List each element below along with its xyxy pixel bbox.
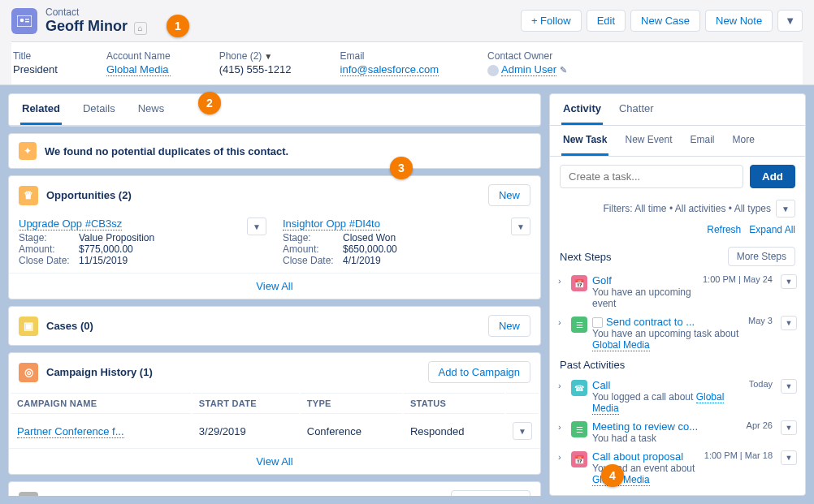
chevron-right-icon[interactable]: › (558, 450, 566, 485)
table-row: Partner Conference f... 3/29/2019 Confer… (11, 416, 539, 446)
campaign-view-all[interactable]: View All (9, 448, 540, 474)
activity-type-icon: 📅 (571, 275, 587, 291)
new-note-button[interactable]: New Note (705, 10, 773, 32)
load-more-button[interactable]: Load More Past Activities (643, 495, 771, 496)
new-case-button[interactable]: New Case (630, 10, 700, 32)
activity-link[interactable]: Send contract to ... (606, 316, 695, 328)
activity-subtext: You have an upcoming event (592, 286, 698, 309)
case-icon: ▣ (19, 317, 38, 336)
activity-subtext: You had a task (592, 433, 742, 444)
new-opportunity-button[interactable]: New (488, 184, 530, 206)
filter-text: Filters: All time • All activities • All… (604, 203, 771, 214)
email-label: Email (340, 50, 439, 62)
opp-view-all[interactable]: View All (9, 273, 540, 299)
activity-link[interactable]: Call about proposal (592, 450, 683, 463)
svg-rect-3 (25, 21, 29, 22)
svg-rect-0 (17, 15, 32, 27)
more-steps-button[interactable]: More Steps (728, 247, 795, 266)
record-type: Contact (45, 6, 147, 18)
opportunity-item: Insightor Opp #DI4to ▼ Stage:Closed Won … (283, 218, 530, 266)
activity-item: ›☎CallYou logged a call about Global Med… (558, 376, 797, 417)
activity-type-icon: 📅 (571, 451, 587, 467)
filter-menu-button[interactable]: ▼ (776, 200, 795, 218)
subtab-email[interactable]: Email (689, 126, 717, 156)
follow-button[interactable]: Follow (521, 10, 582, 32)
activity-menu-button[interactable]: ▼ (781, 420, 797, 435)
activity-subtext: You logged a call about Global Media (592, 391, 744, 414)
account-link[interactable]: Global Media (106, 63, 171, 76)
tab-related[interactable]: Related (20, 94, 62, 125)
chevron-right-icon[interactable]: › (558, 274, 566, 309)
activity-subtext: You have an upcoming task about Global M… (592, 328, 743, 351)
opportunity-link[interactable]: Insightor Opp #DI4to (283, 218, 380, 230)
activity-menu-button[interactable]: ▼ (781, 316, 797, 330)
row-menu-button[interactable]: ▼ (247, 218, 266, 235)
activity-item: ›📅GolfYou have an upcoming event1:00 PM … (558, 271, 797, 312)
new-case-button[interactable]: New (488, 315, 530, 337)
activity-menu-button[interactable]: ▼ (781, 274, 797, 289)
tab-details[interactable]: Details (81, 94, 117, 125)
phone-value: (415) 555-1212 (219, 63, 292, 75)
campaign-title: Campaign History (1) (46, 366, 153, 378)
chevron-right-icon[interactable]: › (558, 316, 566, 351)
row-menu-button[interactable]: ▼ (511, 218, 530, 235)
related-link[interactable]: Global Media (592, 339, 650, 351)
chevron-right-icon[interactable]: › (558, 379, 566, 414)
campaign-link[interactable]: Partner Conference f... (17, 425, 124, 438)
subtab-newevent[interactable]: New Event (623, 126, 673, 156)
callout-4: 4 (601, 464, 624, 487)
activity-item: ›☰Meeting to review co...You had a taskA… (558, 417, 797, 447)
contact-icon (11, 8, 37, 34)
activity-menu-button[interactable]: ▼ (781, 379, 797, 394)
more-actions-button[interactable]: ▼ (777, 10, 803, 32)
tab-news[interactable]: News (136, 94, 167, 125)
col-type: TYPE (301, 393, 402, 414)
refresh-link[interactable]: Refresh (707, 224, 741, 235)
col-start: START DATE (193, 393, 299, 414)
owner-label: Contact Owner (487, 50, 567, 62)
upload-files-button[interactable]: Upload Files (451, 490, 530, 496)
col-name: CAMPAIGN NAME (11, 393, 191, 414)
activity-time: 1:00 PM | May 24 (703, 274, 773, 309)
subtab-newtask[interactable]: New Task (561, 126, 608, 156)
edit-button[interactable]: Edit (587, 10, 626, 32)
expand-all-link[interactable]: Expand All (749, 224, 795, 235)
title-label: Title (13, 50, 58, 62)
opportunity-link[interactable]: Upgrade Opp #CB3sz (19, 218, 122, 230)
activity-time: May 3 (748, 316, 773, 351)
callout-3: 3 (390, 157, 413, 179)
account-label: Account Name (106, 50, 171, 62)
row-menu-button[interactable]: ▼ (513, 422, 532, 440)
tab-activity[interactable]: Activity (561, 94, 603, 125)
owner-link[interactable]: Admin User (501, 63, 556, 76)
change-owner-icon[interactable]: ✎ (560, 65, 567, 75)
tab-chatter[interactable]: Chatter (617, 94, 656, 125)
cases-title: Cases (0) (46, 320, 93, 332)
callout-2: 2 (198, 92, 221, 114)
activity-link[interactable]: Golf (592, 274, 612, 286)
hierarchy-icon[interactable]: ⌂ (134, 22, 147, 35)
add-task-button[interactable]: Add (750, 165, 795, 188)
svg-rect-2 (25, 19, 29, 19)
record-name: Geoff Minor (45, 18, 128, 34)
activity-type-icon: ☰ (571, 317, 587, 333)
next-steps-title: Next Steps (560, 251, 612, 263)
activity-time: 1:00 PM | Mar 18 (704, 450, 773, 485)
chevron-down-icon[interactable]: ▼ (264, 52, 272, 61)
task-checkbox[interactable] (592, 317, 603, 328)
activity-link[interactable]: Meeting to review co... (592, 420, 698, 433)
activity-time: Today (749, 379, 773, 414)
chevron-right-icon[interactable]: › (558, 420, 566, 444)
add-to-campaign-button[interactable]: Add to Campaign (428, 361, 530, 383)
subtab-more[interactable]: More (731, 126, 756, 156)
activity-link[interactable]: Call (592, 379, 610, 391)
email-link[interactable]: info@salesforce.com (340, 63, 439, 76)
avatar-icon (487, 65, 499, 76)
svg-point-1 (20, 18, 24, 22)
task-input[interactable] (560, 165, 743, 188)
duplicate-text: We found no potential duplicates of this… (45, 145, 288, 157)
activity-menu-button[interactable]: ▼ (781, 450, 797, 465)
related-link[interactable]: Global Media (592, 391, 724, 415)
attachment-icon: 📎 (19, 492, 38, 497)
activity-type-icon: ☎ (571, 380, 587, 396)
